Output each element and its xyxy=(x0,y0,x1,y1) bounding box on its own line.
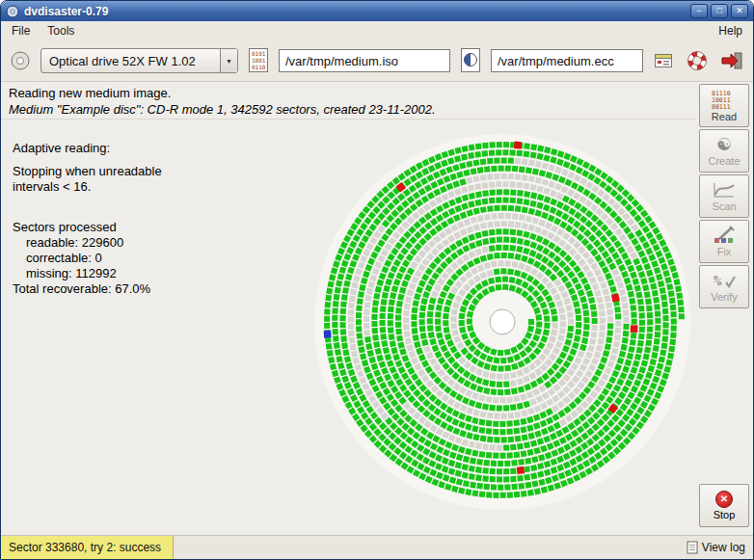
missing-row: missing: 112992 xyxy=(13,266,162,281)
chevron-down-icon: ▼ xyxy=(220,49,237,72)
create-button[interactable]: ☯ Create xyxy=(699,129,749,173)
readable-row: readable: 229600 xyxy=(13,235,162,251)
minimize-button[interactable]: − xyxy=(690,4,708,18)
sector-spiral-map xyxy=(304,123,701,520)
ecc-file-button[interactable] xyxy=(457,45,484,76)
total-recoverable-value: 67.0% xyxy=(115,281,150,296)
menu-help[interactable]: Help xyxy=(710,22,751,40)
help-button[interactable] xyxy=(685,48,710,73)
sectors-processed-title: Sectors processed xyxy=(13,220,162,235)
medium-description: Medium "Example disc": CD-R mode 1, 3425… xyxy=(9,102,687,117)
status-header: Reading new medium image. Medium "Exampl… xyxy=(1,82,695,120)
correctable-row: correctable: 0 xyxy=(13,251,162,266)
verify-icon: % xyxy=(712,271,737,290)
stop-icon: ✕ xyxy=(715,491,733,508)
action-title: Reading new medium image. xyxy=(9,86,687,100)
read-label: Read xyxy=(712,111,737,122)
svg-text:00111: 00111 xyxy=(712,103,731,110)
work-area: Adaptive reading: Stopping when unreadab… xyxy=(1,120,695,535)
svg-text:%: % xyxy=(714,273,722,288)
stop-label: Stop xyxy=(714,509,736,520)
fix-icon xyxy=(712,226,737,245)
image-file-button[interactable]: 0101 1001 0110 xyxy=(245,45,272,76)
drive-button[interactable] xyxy=(7,47,34,74)
drive-select[interactable]: Optical drive 52X FW 1.02 ▼ xyxy=(40,48,238,73)
drive-select-value: Optical drive 52X FW 1.02 xyxy=(41,54,220,68)
create-label: Create xyxy=(708,155,740,167)
stopping-line2: intervals < 16. xyxy=(13,179,162,195)
preferences-button[interactable] xyxy=(651,50,676,71)
action-sidebar: 01110 10011 00111 Read ☯ Create Scan xyxy=(695,82,753,535)
dvdisaster-window: dvdisaster-0.79 − □ ✕ File Tools Help Op… xyxy=(0,0,754,560)
ecc-file-input[interactable] xyxy=(491,49,643,72)
content-area: Reading new medium image. Medium "Exampl… xyxy=(1,82,753,535)
correctable-value: 0 xyxy=(95,251,102,265)
quit-button[interactable] xyxy=(718,49,745,72)
verify-button[interactable]: % Verify xyxy=(699,265,749,308)
svg-text:1001: 1001 xyxy=(252,57,266,64)
app-icon xyxy=(6,5,19,18)
lifebuoy-help-icon xyxy=(687,50,708,71)
close-button[interactable]: ✕ xyxy=(731,4,748,18)
total-recoverable-row: Total recoverable: 67.0% xyxy=(13,281,162,297)
log-file-icon xyxy=(687,541,698,554)
statusbar: Sector 333680, try 2: success View log xyxy=(1,535,753,559)
view-log-label: View log xyxy=(702,541,745,554)
adaptive-reading-title: Adaptive reading: xyxy=(13,141,162,156)
read-button[interactable]: 01110 10011 00111 Read xyxy=(699,84,749,127)
missing-value: 112992 xyxy=(75,266,116,280)
scan-label: Scan xyxy=(712,200,736,212)
status-message: Sector 333680, try 2: success xyxy=(1,536,174,559)
fix-label: Fix xyxy=(717,246,732,257)
scan-button[interactable]: Scan xyxy=(699,174,749,218)
svg-text:0110: 0110 xyxy=(252,64,266,70)
menubar: File Tools Help xyxy=(1,21,753,40)
verify-label: Verify xyxy=(711,291,738,303)
image-file-input[interactable] xyxy=(279,49,450,72)
read-icon: 01110 10011 00111 xyxy=(709,89,740,110)
window-title: dvdisaster-0.79 xyxy=(24,5,108,18)
svg-text:0101: 0101 xyxy=(252,50,266,57)
maximize-button[interactable]: □ xyxy=(711,4,728,18)
image-file-icon: 0101 1001 0110 xyxy=(247,47,270,74)
scan-icon xyxy=(712,180,737,200)
ecc-file-icon xyxy=(459,47,482,74)
fix-button[interactable]: Fix xyxy=(699,220,749,263)
stop-button[interactable]: ✕ Stop xyxy=(699,484,749,527)
stopping-line1: Stopping when unreadable xyxy=(13,164,162,179)
view-log-button[interactable]: View log xyxy=(687,541,745,554)
readable-value: 229600 xyxy=(82,235,123,250)
titlebar[interactable]: dvdisaster-0.79 − □ ✕ xyxy=(1,1,753,21)
quit-exit-icon xyxy=(720,51,743,70)
create-icon: ☯ xyxy=(716,135,732,154)
preferences-icon xyxy=(653,52,674,69)
drive-icon xyxy=(9,49,32,72)
toolbar: Optical drive 52X FW 1.02 ▼ 0101 1001 01… xyxy=(1,40,753,82)
reading-info-block: Adaptive reading: Stopping when unreadab… xyxy=(13,141,162,297)
menu-file[interactable]: File xyxy=(3,22,39,40)
menu-tools[interactable]: Tools xyxy=(39,22,83,40)
